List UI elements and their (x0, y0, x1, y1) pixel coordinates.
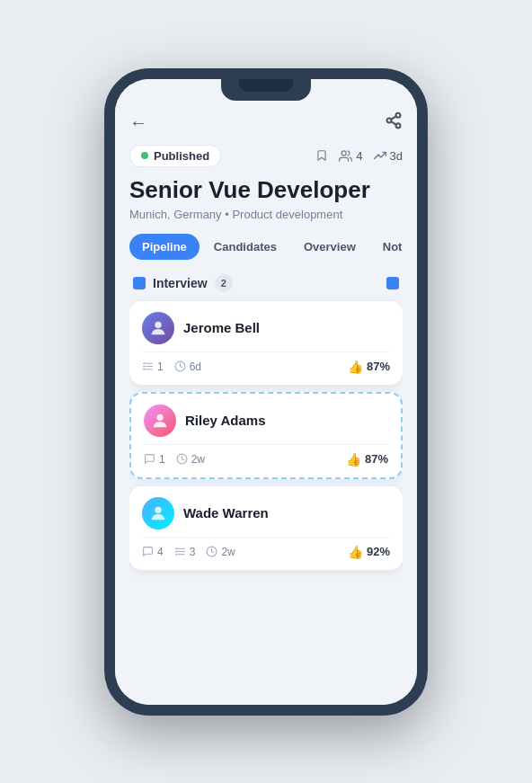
card-divider-jerome (142, 351, 390, 352)
score-value-wade: 92% (367, 545, 390, 558)
avatar-icon-jerome (148, 318, 168, 338)
score-value-riley: 87% (365, 452, 388, 466)
phone-frame: ← Published (104, 68, 428, 716)
card-divider-riley (144, 444, 388, 445)
avatar-icon-wade (148, 503, 168, 523)
card-header-wade: Wade Warren (142, 497, 390, 529)
clock-icon-jerome (174, 360, 186, 372)
trending-icon (374, 149, 386, 162)
age-wade: 2w (206, 546, 235, 558)
days-ago-action: 3d (374, 149, 403, 163)
avatar-icon-riley (150, 411, 170, 431)
comments-count-wade: 4 (157, 546, 164, 558)
status-dot (141, 152, 148, 159)
svg-point-5 (341, 150, 346, 155)
messages-count-riley: 1 (159, 453, 165, 466)
candidate-name-riley: Riley Adams (185, 413, 265, 428)
tab-notes[interactable]: Notes (370, 234, 403, 260)
phone-notch (221, 79, 311, 101)
separator: • (225, 208, 229, 221)
thumb-icon-riley: 👍 (346, 452, 361, 467)
back-button[interactable]: ← (129, 112, 147, 133)
section-title: Interview (153, 276, 208, 290)
header-row: ← (129, 111, 403, 134)
checklist-wade: 3 (174, 546, 196, 558)
age-value-riley: 2w (191, 453, 205, 466)
age-jerome: 6d (174, 360, 201, 373)
comment-icon-riley (144, 453, 155, 465)
candidates-count: 4 (356, 149, 362, 163)
bookmark-action[interactable] (315, 149, 328, 162)
clock-icon-riley (176, 453, 188, 465)
age-value-wade: 2w (221, 546, 235, 558)
score-riley: 👍 87% (346, 452, 388, 467)
card-header-jerome: Jerome Bell (142, 312, 390, 344)
avatar-jerome (142, 312, 174, 344)
checklist-icon-wade (174, 546, 186, 557)
checklist-icon-jerome (142, 360, 154, 372)
status-row: Published 4 (129, 145, 403, 167)
screen-content: ← Published (115, 79, 417, 705)
thumb-icon-wade: 👍 (348, 545, 363, 559)
messages-jerome: 1 (142, 360, 164, 373)
candidates-count-action: 4 (339, 149, 362, 163)
candidates-icon (339, 149, 352, 163)
clock-icon-wade (206, 546, 217, 557)
candidate-name-wade: Wade Warren (183, 505, 269, 521)
section-indicator (386, 277, 399, 289)
score-value-jerome: 87% (367, 360, 390, 373)
candidate-card-jerome[interactable]: Jerome Bell 1 (129, 301, 403, 385)
tabs-row: Pipeline Candidates Overview Notes (129, 234, 403, 260)
svg-line-4 (391, 116, 396, 119)
tab-overview[interactable]: Overview (291, 234, 368, 260)
card-meta-jerome: 1 6d 👍 87% (142, 360, 390, 374)
messages-count-jerome: 1 (157, 360, 164, 373)
job-location: Munich, Germany (129, 208, 222, 221)
card-header-riley: Riley Adams (144, 405, 388, 437)
status-actions: 4 3d (315, 149, 403, 163)
score-wade: 👍 92% (348, 545, 390, 559)
avatar-wade (142, 497, 174, 529)
job-subtitle: Munich, Germany • Product development (129, 208, 403, 221)
share-icon (385, 111, 403, 129)
days-ago: 3d (390, 149, 403, 163)
candidate-card-wade[interactable]: Wade Warren 4 (129, 486, 403, 570)
tab-candidates[interactable]: Candidates (201, 234, 289, 260)
thumb-icon-jerome: 👍 (348, 360, 363, 374)
comment-icon-wade (142, 546, 154, 557)
tab-pipeline[interactable]: Pipeline (129, 234, 200, 260)
job-department: Product development (232, 208, 342, 221)
bookmark-icon (315, 149, 328, 162)
card-divider-wade (142, 537, 390, 538)
pipeline-section: Interview 2 👍 78% 👍 (129, 274, 403, 690)
age-riley: 2w (176, 453, 205, 466)
phone-screen: ← Published (115, 79, 417, 705)
section-color-bar (133, 277, 146, 289)
svg-point-13 (155, 506, 161, 512)
candidate-name-jerome: Jerome Bell (183, 320, 260, 335)
cards-wrapper: 👍 78% 👍 75% (129, 301, 403, 570)
score-jerome: 👍 87% (348, 360, 390, 374)
card-meta-wade: 4 3 (142, 545, 390, 559)
share-button[interactable] (385, 111, 403, 134)
section-count: 2 (215, 274, 233, 292)
messages-riley: 1 (144, 453, 165, 466)
avatar-riley (144, 405, 176, 437)
status-label: Published (154, 149, 209, 163)
job-title: Senior Vue Developer (129, 176, 403, 204)
svg-line-3 (391, 121, 396, 124)
status-badge: Published (129, 145, 221, 167)
candidate-card-riley[interactable]: Riley Adams 1 (129, 392, 403, 479)
phone-notch-inner (239, 79, 293, 92)
comments-wade: 4 (142, 546, 164, 558)
checklist-count-wade: 3 (190, 546, 196, 558)
svg-point-11 (156, 414, 163, 420)
svg-point-6 (155, 321, 161, 327)
age-value-jerome: 6d (190, 360, 201, 373)
section-header: Interview 2 (129, 274, 403, 292)
card-meta-riley: 1 2w 👍 87% (144, 452, 388, 467)
